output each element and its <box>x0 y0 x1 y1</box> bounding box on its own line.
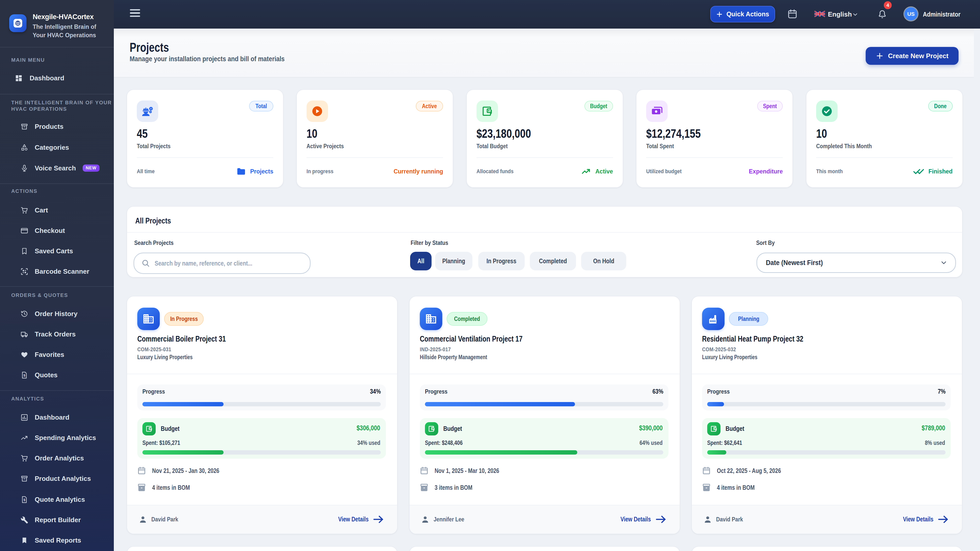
svg-text:$: $ <box>24 498 25 502</box>
svg-text:$: $ <box>24 373 25 377</box>
